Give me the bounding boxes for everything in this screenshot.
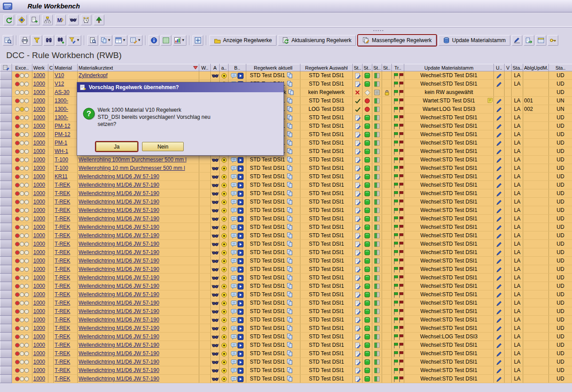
- filter-edit-icon[interactable]: ▼: [67, 35, 81, 46]
- werk-link[interactable]: 1000: [33, 232, 45, 239]
- material-link[interactable]: T-REK: [55, 224, 70, 230]
- copy-document-icon[interactable]: [29, 15, 40, 25]
- radio-icon[interactable]: [221, 334, 227, 340]
- eye-icon[interactable]: [212, 200, 219, 205]
- pages-icon[interactable]: [287, 98, 293, 104]
- hierarchy-icon[interactable]: [42, 15, 53, 25]
- pen-icon[interactable]: [496, 292, 502, 298]
- bubble-icon[interactable]: [231, 333, 237, 340]
- pages-icon[interactable]: [287, 72, 293, 78]
- radio-icon[interactable]: [221, 216, 227, 222]
- eye-icon[interactable]: [212, 292, 219, 298]
- col-header-st2[interactable]: St..: [363, 64, 372, 71]
- bubble-icon[interactable]: [231, 258, 237, 264]
- bubble-icon[interactable]: [231, 342, 237, 349]
- eye-icon[interactable]: [212, 351, 219, 357]
- radio-icon[interactable]: [221, 174, 227, 180]
- radio-icon[interactable]: [221, 351, 227, 357]
- yes-button[interactable]: Ja: [96, 142, 138, 151]
- werk-link[interactable]: 1000: [33, 114, 45, 121]
- bubble-icon[interactable]: [231, 274, 237, 281]
- window-titlebar[interactable]: Rule Workbench: [0, 0, 572, 12]
- pages-icon[interactable]: [287, 317, 293, 323]
- kurztext-link[interactable]: Wellenrohling 10 mm Durchmesser 500 mm l: [79, 165, 185, 171]
- radio-icon[interactable]: [221, 233, 227, 239]
- pages-icon[interactable]: [287, 232, 293, 239]
- kurztext-link[interactable]: Wellendichtring M1/D6 JW 57-190: [79, 300, 159, 306]
- kurztext-link[interactable]: Wellendichtring M1/D6 JW 57-190: [79, 291, 159, 298]
- werk-link[interactable]: 1000: [33, 308, 45, 314]
- material-link[interactable]: 1300-: [55, 98, 68, 104]
- toolbar-grip[interactable]: [373, 30, 384, 31]
- row-selector[interactable]: [0, 223, 12, 231]
- radio-icon[interactable]: [221, 250, 227, 256]
- eye-icon[interactable]: [212, 275, 219, 281]
- refresh-icon[interactable]: [4, 15, 14, 25]
- werk-link[interactable]: 1000: [33, 342, 45, 348]
- pages-icon[interactable]: [287, 258, 293, 264]
- pen-icon[interactable]: [496, 241, 502, 247]
- row-selector[interactable]: [0, 97, 12, 105]
- play-icon[interactable]: [237, 334, 244, 340]
- select-all-header[interactable]: [0, 64, 12, 71]
- row-selector[interactable]: [0, 80, 12, 88]
- col-header-aktuell[interactable]: Regelwerk aktuell: [246, 64, 300, 71]
- tree-icon[interactable]: [94, 15, 104, 25]
- pen-icon[interactable]: [496, 368, 502, 374]
- pen-icon[interactable]: [496, 123, 502, 129]
- col-header-kurztext[interactable]: Materialkurztext: [78, 64, 199, 71]
- row-selector[interactable]: [0, 282, 12, 290]
- werk-link[interactable]: 1000: [33, 300, 45, 306]
- eye-icon[interactable]: [212, 301, 219, 306]
- views-icon[interactable]: ▼: [114, 35, 127, 46]
- material-link[interactable]: V12: [55, 81, 64, 87]
- eye-icon[interactable]: [212, 216, 219, 222]
- bubble-icon[interactable]: [231, 367, 237, 374]
- bubble-icon[interactable]: [231, 283, 237, 290]
- pen-icon[interactable]: [496, 140, 502, 146]
- row-selector[interactable]: [0, 240, 12, 248]
- play-icon[interactable]: [237, 165, 244, 172]
- pen-icon[interactable]: [496, 98, 502, 104]
- pages-icon[interactable]: [287, 131, 293, 137]
- kurztext-link[interactable]: Wellendichtring M1/D6 JW 57-190: [79, 190, 159, 196]
- play-icon[interactable]: [237, 216, 244, 222]
- pen-icon[interactable]: [496, 157, 502, 163]
- werk-link[interactable]: 1000: [33, 274, 45, 281]
- eye-icon[interactable]: [212, 368, 219, 373]
- kurztext-link[interactable]: Wellendichtring M1/D6 JW 57-190: [79, 333, 159, 340]
- material-link[interactable]: T-REK: [55, 199, 70, 205]
- chevron-down-icon[interactable]: ▼: [107, 39, 111, 42]
- material-link[interactable]: T-REK: [55, 350, 70, 357]
- pen-icon[interactable]: [496, 132, 502, 138]
- kurztext-link[interactable]: Wellendichtring M1/D6 JW 57-190: [79, 182, 159, 188]
- pen-icon[interactable]: [496, 275, 502, 281]
- werk-link[interactable]: 1000: [33, 241, 45, 247]
- bubble-icon[interactable]: [231, 291, 237, 298]
- kurztext-link[interactable]: Wellendichtring M1/D6 JW 57-190: [79, 249, 159, 255]
- signature-icon[interactable]: [512, 35, 522, 46]
- werk-link[interactable]: 1000: [33, 216, 45, 222]
- row-selector[interactable]: [0, 358, 12, 366]
- bubble-icon[interactable]: [231, 241, 237, 247]
- row-selector[interactable]: [0, 316, 12, 324]
- chevron-down-icon[interactable]: ▼: [122, 39, 126, 42]
- pen-icon[interactable]: [496, 309, 502, 315]
- col-header-a2[interactable]: a..: [220, 64, 229, 71]
- pen-icon[interactable]: [496, 300, 502, 306]
- play-icon[interactable]: [237, 250, 244, 256]
- kurztext-link[interactable]: Wellendichtring M1/D6 JW 57-190: [79, 325, 159, 331]
- eye-icon[interactable]: [212, 233, 219, 239]
- pages-icon[interactable]: [287, 165, 293, 171]
- pen-icon[interactable]: [496, 334, 502, 340]
- play-icon[interactable]: [237, 275, 244, 281]
- material-link[interactable]: T-REK: [55, 283, 70, 289]
- row-selector[interactable]: [0, 333, 12, 341]
- sticky-note-icon[interactable]: [487, 98, 493, 103]
- pages-icon[interactable]: [287, 333, 293, 340]
- pages-icon[interactable]: [287, 207, 293, 213]
- export-icon[interactable]: [524, 35, 534, 46]
- pen-icon[interactable]: [496, 191, 502, 197]
- kurztext-link[interactable]: Wellendichtring M1/D6 JW 57-190: [79, 173, 159, 180]
- material-link[interactable]: T-REK: [55, 241, 70, 247]
